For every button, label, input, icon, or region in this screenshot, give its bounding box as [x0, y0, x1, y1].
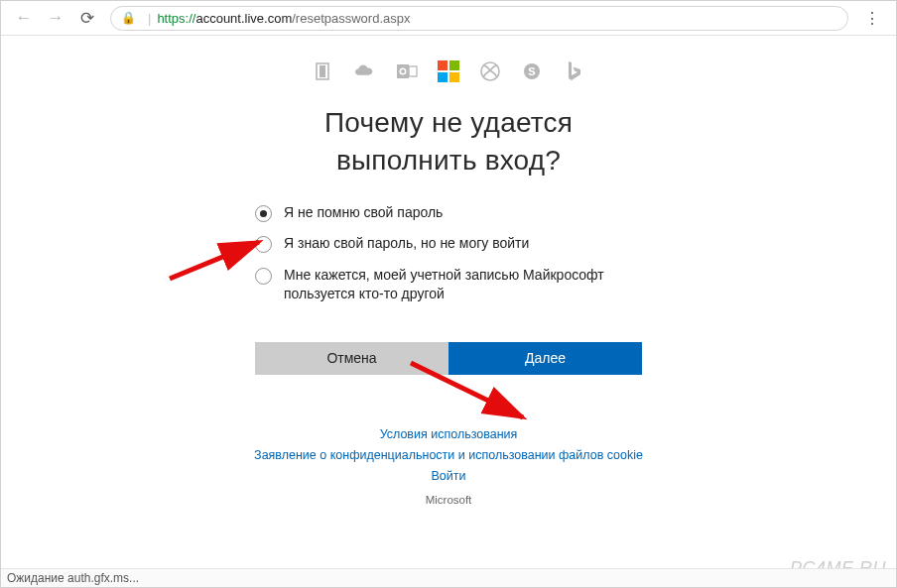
bing-icon [563, 60, 584, 82]
reason-form: Я не помню свой пароль Я знаю свой парол… [255, 203, 642, 304]
svg-point-4 [401, 69, 405, 73]
menu-button[interactable]: ⋮ [858, 9, 886, 28]
svg-rect-5 [409, 66, 417, 76]
skype-icon: S [521, 60, 543, 82]
terms-link[interactable]: Условия использования [380, 427, 518, 441]
forward-button[interactable]: → [43, 5, 68, 31]
status-text: Ожидание auth.gfx.ms... [7, 571, 139, 585]
privacy-link[interactable]: Заявление о конфиденциальности и использ… [254, 448, 643, 462]
page-title: Почему не удаетсявыполнить вход? [1, 104, 896, 179]
button-row: Отмена Далее [255, 342, 642, 375]
brand-label: Microsoft [1, 494, 896, 506]
option-know-password[interactable]: Я знаю свой пароль, но не могу войти [255, 234, 642, 254]
radio-icon [255, 268, 272, 285]
svg-text:S: S [528, 65, 535, 77]
signin-link[interactable]: Войти [432, 469, 466, 483]
radio-icon [255, 205, 272, 222]
status-bar: Ожидание auth.gfx.ms... [1, 568, 896, 587]
svg-rect-1 [320, 65, 325, 77]
microsoft-icon [438, 60, 459, 82]
option-forgot-password[interactable]: Я не помню свой пароль [255, 203, 642, 223]
outlook-icon [396, 60, 418, 82]
next-button[interactable]: Далее [448, 342, 642, 375]
url-path: /resetpassword.aspx [292, 11, 410, 26]
product-logos: S [1, 60, 896, 82]
cancel-button[interactable]: Отмена [255, 342, 448, 375]
address-bar[interactable]: 🔒 | https://account.live.com/resetpasswo… [110, 6, 848, 31]
page-content: S Почему не удаетсявыполнить вход? Я не … [1, 60, 896, 588]
reload-button[interactable]: ⟳ [74, 5, 100, 31]
onedrive-icon [354, 60, 376, 82]
radio-icon [255, 236, 272, 253]
office-icon [313, 60, 334, 82]
back-button[interactable]: ← [11, 5, 37, 31]
browser-toolbar: ← → ⟳ 🔒 | https://account.live.com/reset… [1, 1, 896, 36]
xbox-icon [479, 60, 501, 82]
svg-line-9 [170, 242, 259, 279]
url-protocol: https:// [157, 11, 195, 26]
option-label: Я не помню свой пароль [284, 203, 443, 223]
option-label: Мне кажется, моей учетной записью Майкро… [284, 266, 642, 304]
lock-icon: 🔒 [121, 11, 136, 25]
footer-links: Условия использования Заявление о конфид… [1, 424, 896, 488]
option-label: Я знаю свой пароль, но не могу войти [284, 234, 529, 254]
url-host: account.live.com [195, 11, 292, 26]
option-someone-else[interactable]: Мне кажется, моей учетной записью Майкро… [255, 266, 642, 304]
